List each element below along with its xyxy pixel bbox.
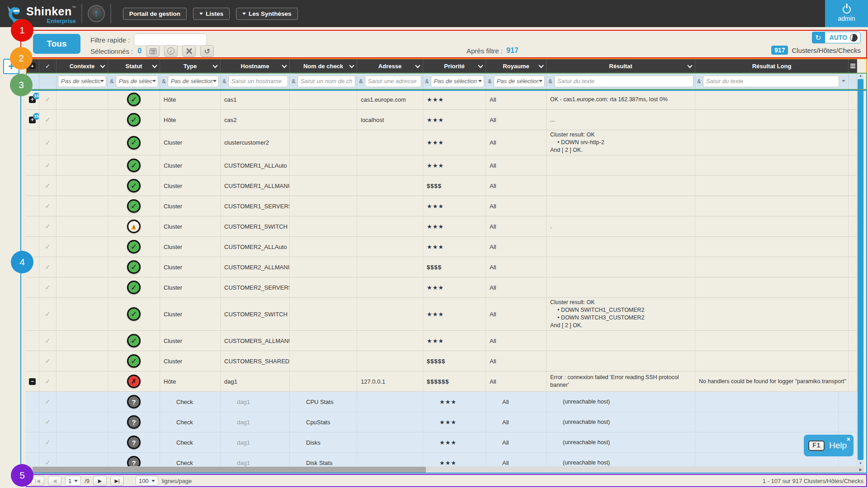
row-select-check-icon[interactable]: ✓ xyxy=(45,243,51,251)
help-widget[interactable]: F1 Help × xyxy=(804,435,854,456)
table-row[interactable]: ✓✓ClusterCUSTOMER1_ALLAuto★★★All xyxy=(26,155,857,176)
vertical-scrollbar[interactable]: ▲ ▼ xyxy=(857,73,864,466)
table-row[interactable]: ✓?Checkdag1Disk Stats★★★All(unreachable … xyxy=(26,453,857,466)
filter-input-result_long[interactable] xyxy=(703,75,839,87)
collapse-minus-icon[interactable]: − xyxy=(29,378,36,385)
row-select-check-icon[interactable]: ✓ xyxy=(45,459,51,466)
next-page-button[interactable]: ▶ xyxy=(93,476,107,486)
col-header-realm[interactable]: Royaume xyxy=(486,59,547,73)
row-select-check-icon[interactable]: ✓ xyxy=(45,263,51,271)
nav-les-syntheses[interactable]: Les Synthèses xyxy=(236,8,298,20)
cell-type: Check xyxy=(160,392,221,412)
col-header-context[interactable]: Contexte xyxy=(57,59,108,73)
table-row[interactable]: ✓✓ClusterCUSTOMERS_SHARED$$$$$All xyxy=(26,351,857,371)
row-select-check-icon[interactable]: ✓ xyxy=(45,161,51,169)
table-row[interactable]: ✓?Checkdag1Disks★★★All(unreachable host) xyxy=(26,432,857,453)
filter-select-type[interactable]: Pas de sélection xyxy=(168,75,219,87)
table-row[interactable]: ✓▲!ClusterCUSTOMER1_SWITCH★★★All. xyxy=(26,216,857,237)
row-select-check-icon[interactable]: ✓ xyxy=(45,95,51,103)
row-select-check-icon[interactable]: ✓ xyxy=(45,116,51,124)
row-select-check-icon[interactable]: ✓ xyxy=(45,283,51,291)
downtime-calendar-button[interactable]: 15 xyxy=(146,45,160,57)
tab-tous[interactable]: Tous xyxy=(33,34,80,54)
table-row[interactable]: +15✓✓Hôtecas2localhost★★★All... xyxy=(26,110,857,130)
table-row[interactable]: ✓✓ClusterCUSTOMER2_ALLMANU$$$$All xyxy=(26,257,857,277)
table-row[interactable]: ✓✓ClusterCUSTOMER2_SWITCH★★★AllCluster r… xyxy=(26,298,857,331)
row-select-check-icon[interactable]: ✓ xyxy=(45,418,51,426)
add-view-tab[interactable]: + xyxy=(3,59,19,74)
col-header-selected[interactable]: ✓ xyxy=(39,59,57,73)
table-row[interactable]: ✓✓Clusterclustercustomer2★★★AllCluster r… xyxy=(26,130,857,155)
first-page-button[interactable]: |◀ xyxy=(31,476,44,486)
table-row[interactable]: ✓✓ClusterCUSTOMERS_ALLMANU★★★All xyxy=(26,331,857,351)
cell-result_long xyxy=(695,130,849,155)
scroll-right-arrow-icon[interactable]: ▶ xyxy=(857,468,864,472)
quick-filter-input[interactable] xyxy=(134,33,207,46)
per-page-select[interactable]: 100 xyxy=(136,476,158,486)
row-select-check-icon[interactable]: ✓ xyxy=(45,139,51,147)
scroll-top-button[interactable]: ↑ xyxy=(88,5,105,22)
horizontal-scrollbar[interactable]: ◀ ▶ xyxy=(26,466,864,473)
status-ok-icon: ✓ xyxy=(127,307,141,321)
filter-input-hostname[interactable] xyxy=(228,75,288,87)
table-row[interactable]: ✓✓ClusterCUSTOMER2_SERVERS★★★All xyxy=(26,277,857,298)
row-select-check-icon[interactable]: ✓ xyxy=(45,377,51,385)
scroll-down-arrow-icon[interactable]: ▼ xyxy=(859,460,863,466)
filter-select-status[interactable]: Pas de sélection xyxy=(116,75,158,87)
previous-page-button[interactable]: ◀ xyxy=(48,476,61,486)
table-row[interactable]: ✓?Checkdag1CPU Stats★★★All(unreachable h… xyxy=(26,392,857,412)
cell-status: ? xyxy=(108,432,160,452)
undo-button[interactable]: ↺ xyxy=(200,45,214,57)
table-row[interactable]: +15✓✓Hôtecas1cas1.europe.com★★★AllOK - c… xyxy=(26,89,857,110)
col-header-expand[interactable]: + xyxy=(26,59,39,73)
col-header-status[interactable]: Statut xyxy=(108,59,160,73)
cell-text-hostname: cas1 xyxy=(224,96,236,103)
status-ok-icon: ✓ xyxy=(127,354,141,368)
row-select-check-icon[interactable]: ✓ xyxy=(45,310,51,318)
row-select-check-icon[interactable]: ✓ xyxy=(45,438,51,446)
vertical-scrollbar-thumb[interactable] xyxy=(858,79,863,460)
row-select-check-icon[interactable]: ✓ xyxy=(45,337,51,345)
row-select-check-icon[interactable]: ✓ xyxy=(45,222,51,230)
scroll-up-arrow-icon[interactable]: ▲ xyxy=(859,73,863,79)
cell-selected: ✓ xyxy=(39,155,57,175)
auto-refresh-toggle[interactable]: AUTO xyxy=(825,32,861,43)
table-row[interactable]: ✓?Checkdag1CpuStats★★★All(unreachable ho… xyxy=(26,412,857,432)
refresh-button[interactable]: ↻ xyxy=(812,32,825,43)
table-row[interactable]: ✓✓ClusterCUSTOMER2_ALLAuto★★★All xyxy=(26,237,857,257)
table-row[interactable]: ✓✓ClusterCUSTOMER1_ALLMANU$$$$All xyxy=(26,176,857,196)
row-select-check-icon[interactable]: ✓ xyxy=(45,398,51,406)
acknowledge-button[interactable]: ✓ xyxy=(164,45,178,57)
close-icon[interactable]: × xyxy=(847,436,850,443)
table-row[interactable]: ✓✓ClusterCUSTOMER1_SERVERS★★★All xyxy=(26,196,857,216)
col-header-type[interactable]: Type xyxy=(160,59,221,73)
fix-tools-button[interactable] xyxy=(182,45,196,57)
last-page-button[interactable]: ▶| xyxy=(110,476,124,486)
page-select[interactable]: 1 xyxy=(65,476,81,486)
filter-input-address[interactable] xyxy=(365,75,421,87)
scroll-left-arrow-icon[interactable]: ◀ xyxy=(26,468,33,472)
row-select-check-icon[interactable]: ✓ xyxy=(45,182,51,190)
col-header-menu[interactable] xyxy=(849,59,857,73)
filter-select-realm[interactable]: Pas de sélection xyxy=(494,75,545,87)
row-select-check-icon[interactable]: ✓ xyxy=(45,357,51,365)
horizontal-scrollbar-thumb[interactable] xyxy=(33,467,426,473)
filter-select-context[interactable]: Pas de sélection xyxy=(58,75,106,87)
table-row[interactable]: −✓✗Hôtedag1127.0.0.1$$$$$$AllError : con… xyxy=(26,371,857,392)
col-header-result_long[interactable]: Résultat Long xyxy=(695,59,849,73)
nav-listes[interactable]: Listes xyxy=(193,8,230,20)
row-select-check-icon[interactable]: ✓ xyxy=(45,202,51,210)
nav-portail-de-gestion[interactable]: Portail de gestion xyxy=(123,8,187,20)
col-header-hostname[interactable]: Hostname xyxy=(221,59,290,73)
admin-user-button[interactable]: admin xyxy=(825,0,868,27)
col-header-result[interactable]: Résultat xyxy=(547,59,695,73)
filter-input-result[interactable] xyxy=(554,75,693,87)
col-header-check_name[interactable]: Nom de check xyxy=(290,59,357,73)
col-header-address[interactable]: Adresse xyxy=(357,59,423,73)
filter-select-priority[interactable]: Pas de sélection xyxy=(431,75,484,87)
column-filter-caret-icon[interactable] xyxy=(842,80,845,82)
cell-text-realm: All xyxy=(490,264,496,271)
filter-input-check_name[interactable] xyxy=(297,75,355,87)
cell-hostname: CUSTOMER2_ALLMANU xyxy=(221,257,290,277)
col-header-priority[interactable]: Priorité xyxy=(423,59,486,73)
